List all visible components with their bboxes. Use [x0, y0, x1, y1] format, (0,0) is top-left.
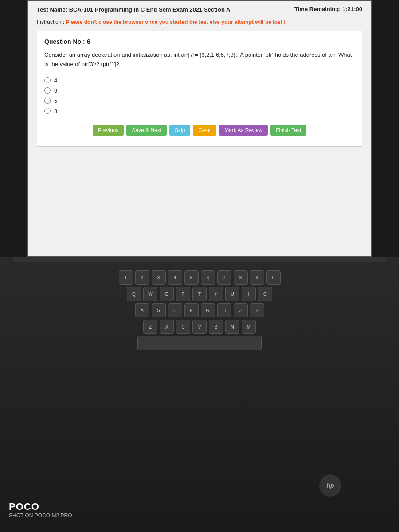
zxcv-row: Z X C V B N M	[22, 320, 377, 334]
key-k[interactable]: K	[250, 303, 264, 317]
poco-model: SHOT ON POCO M2 PRO	[9, 512, 72, 519]
key-7[interactable]: 7	[217, 270, 231, 285]
option-label-4: 4	[54, 77, 57, 84]
key-g[interactable]: G	[201, 303, 215, 317]
space-row	[22, 336, 377, 350]
key-b[interactable]: B	[209, 320, 223, 334]
question-number: Question No : 6	[44, 38, 355, 45]
key-8[interactable]: 8	[234, 270, 248, 285]
options-list: 4 6 5 8	[44, 77, 355, 114]
key-3[interactable]: 3	[152, 270, 166, 285]
poco-branding: POCO SHOT ON POCO M2 PRO	[9, 501, 72, 519]
key-o[interactable]: O	[258, 287, 272, 301]
option-label-8: 8	[54, 108, 57, 114]
key-d[interactable]: D	[168, 303, 182, 317]
action-buttons: Previous Save & Next Skip Clear Mark As …	[44, 121, 355, 139]
save-next-button[interactable]: Save & Next	[126, 125, 167, 136]
key-t[interactable]: T	[192, 287, 207, 301]
key-4[interactable]: 4	[168, 270, 182, 285]
hp-logo-laptop: hp	[319, 474, 341, 497]
key-q[interactable]: Q	[127, 287, 141, 301]
laptop-body: 1 2 3 4 5 6 7 8 9 0 Q W E R T Y U I O A …	[0, 257, 399, 532]
previous-button[interactable]: Previous	[93, 125, 124, 136]
option-label-6: 6	[54, 87, 57, 94]
option-label-5: 5	[54, 98, 57, 104]
radio-option-8[interactable]	[44, 108, 51, 114]
clear-button[interactable]: Clear	[193, 125, 216, 136]
key-e[interactable]: E	[160, 287, 174, 301]
key-9[interactable]: 9	[250, 270, 264, 285]
key-r[interactable]: R	[176, 287, 190, 301]
question-text: Consider an array declaration and initia…	[44, 51, 355, 69]
key-c[interactable]: C	[176, 320, 190, 334]
browser-content: Test Name: BCA-101 Programming In C End …	[28, 1, 371, 256]
key-h[interactable]: H	[217, 303, 231, 317]
skip-button[interactable]: Skip	[169, 125, 190, 136]
exam-header: Test Name: BCA-101 Programming In C End …	[37, 6, 362, 16]
radio-option-5[interactable]	[44, 98, 51, 104]
key-v[interactable]: V	[192, 320, 207, 334]
instruction-prefix: Instruction :	[37, 19, 66, 25]
finish-test-button[interactable]: Finish Test	[270, 125, 306, 136]
key-u[interactable]: U	[225, 287, 239, 301]
key-0[interactable]: 0	[266, 270, 281, 285]
keyboard-area: 1 2 3 4 5 6 7 8 9 0 Q W E R T Y U I O A …	[22, 270, 377, 448]
key-1[interactable]: 1	[119, 270, 133, 285]
exam-title: Test Name: BCA-101 Programming In C End …	[37, 6, 230, 14]
asdf-row: A S D F G H J K	[22, 303, 377, 317]
question-area: Question No : 6 Consider an array declar…	[37, 31, 362, 147]
radio-option-4[interactable]	[44, 77, 51, 83]
option-item-8[interactable]: 8	[44, 108, 355, 114]
option-item-4[interactable]: 4	[44, 77, 355, 84]
number-row: 1 2 3 4 5 6 7 8 9 0	[22, 270, 377, 285]
key-f[interactable]: F	[184, 303, 199, 317]
time-remaining: Time Remaining: 1:21:00	[294, 6, 362, 12]
test-name: BCA-101 Programming In C End Sem Exam 20…	[69, 6, 231, 13]
key-j[interactable]: J	[234, 303, 248, 317]
key-x[interactable]: X	[160, 320, 174, 334]
space-key[interactable]	[137, 336, 262, 350]
key-y[interactable]: Y	[209, 287, 223, 301]
time-value: 1:21:00	[342, 6, 362, 12]
key-2[interactable]: 2	[135, 270, 149, 285]
key-s[interactable]: S	[152, 303, 166, 317]
poco-brand-name: POCO	[9, 501, 72, 512]
laptop-screen: Test Name: BCA-101 Programming In C End …	[27, 0, 372, 257]
radio-option-6[interactable]	[44, 87, 51, 94]
key-a[interactable]: A	[135, 303, 149, 317]
key-z[interactable]: Z	[143, 320, 157, 334]
laptop-hinge	[13, 257, 386, 262]
key-5[interactable]: 5	[184, 270, 199, 285]
option-item-6[interactable]: 6	[44, 87, 355, 94]
qwerty-row: Q W E R T Y U I O	[22, 287, 377, 301]
mark-review-button[interactable]: Mark As Review	[219, 125, 268, 136]
instruction-text: Please don't close the browser once you …	[66, 19, 286, 25]
option-item-5[interactable]: 5	[44, 98, 355, 104]
test-name-label: Test Name:	[37, 6, 69, 13]
key-6[interactable]: 6	[201, 270, 215, 285]
key-m[interactable]: M	[242, 320, 256, 334]
key-i[interactable]: I	[242, 287, 256, 301]
key-n[interactable]: N	[225, 320, 239, 334]
key-w[interactable]: W	[143, 287, 157, 301]
instruction: Instruction : Please don't close the bro…	[37, 19, 362, 25]
